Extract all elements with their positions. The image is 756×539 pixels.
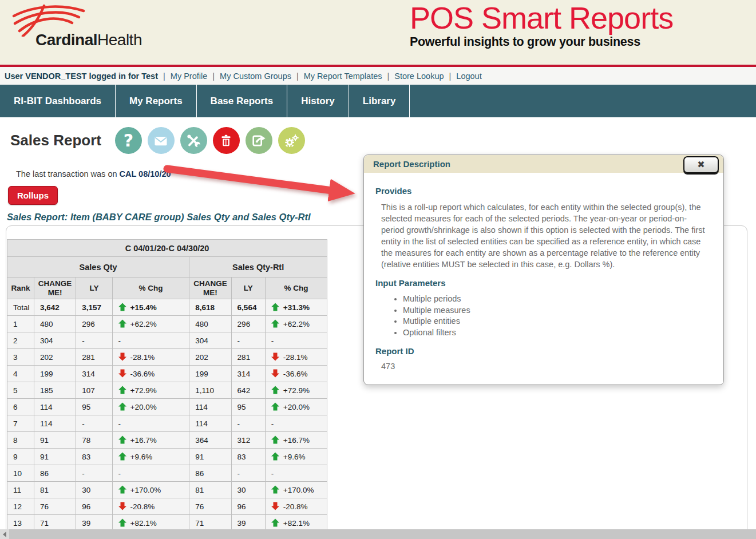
last-transaction-text: The last transaction was on CAL 08/10/20 [16,169,171,179]
table-group-row: Sales Qty Sales Qty-Rtl [7,257,327,278]
export-icon[interactable] [246,127,272,154]
user-link-logout[interactable]: Logout [456,72,481,81]
up-arrow-icon [118,386,126,394]
value-cell: 281 [231,349,265,366]
pct-change-value: +62.2% [283,320,310,328]
up-arrow-icon [271,386,279,394]
question-glyph: ? [124,130,133,150]
pct-change-value: -20.8% [283,502,308,511]
scroll-left-arrow-icon [3,532,6,537]
table-row: 1086--86-- [7,465,327,482]
value-cell: 364 [189,432,231,449]
value-cell: 30 [76,482,112,498]
report-description-popup: Report Description ✖ Provides This is a … [363,154,724,385]
up-arrow-icon [271,435,279,444]
nav-tab-library[interactable]: Library [349,85,410,117]
user-links: |My Profile|My Custom Groups|My Report T… [158,72,482,81]
up-arrow-icon [271,303,279,311]
value-cell: 1,110 [189,382,231,399]
tools-icon[interactable] [180,127,207,154]
rank-cell: 7 [7,415,34,432]
pct-change-value: -36.6% [130,370,155,378]
help-icon[interactable]: ? [115,127,142,154]
user-link-my-report-templates[interactable]: My Report Templates [304,72,382,81]
down-arrow-icon [271,352,279,361]
rank-cell: 3 [7,349,34,366]
app-tagline: Powerful insights to grow your business [410,35,673,49]
pct-change-cell: +62.2% [265,316,327,332]
gears-icon[interactable] [278,127,305,154]
scroll-left-button[interactable] [0,529,9,539]
value-cell: 202 [34,349,76,366]
pct-change-value: -28.1% [130,353,155,362]
value-cell: 78 [76,432,112,449]
input-parameter-item: Mutliple entities [403,316,708,327]
rank-cell: 2 [7,332,34,349]
nav-tab-history[interactable]: History [287,85,349,117]
up-arrow-icon [271,518,279,527]
value-cell: 3,642 [34,299,76,316]
pct-change-value: +9.6% [283,453,306,461]
app-title: POS Smart Reports [410,2,673,33]
pct-change-value: +82.1% [283,519,310,528]
up-arrow-icon [271,485,279,494]
down-arrow-icon [118,502,126,510]
provides-heading: Provides [375,186,708,196]
value-cell: 304 [34,332,76,349]
up-arrow-icon [118,452,126,461]
close-icon[interactable]: ✖ [683,156,719,173]
popup-body: Provides This is a roll-up report which … [364,173,723,385]
sales-table: C 04/01/20-C 04/30/20 Sales Qty Sales Qt… [7,239,327,532]
col-header-pct-chg-2: % Chg [265,278,327,299]
delete-icon[interactable] [213,127,240,154]
value-cell: 81 [189,482,231,498]
rank-cell: Total [7,299,34,316]
pct-change-cell: -28.1% [265,349,327,366]
value-cell: 281 [76,349,112,366]
col-header-change-me-1: CHANGE ME! [34,278,76,299]
app-brand: POS Smart Reports Powerful insights to g… [410,2,673,49]
user-link-store-lookup[interactable]: Store Lookup [394,72,444,81]
nav-tab-base-reports[interactable]: Base Reports [197,85,288,117]
pct-change-value: +170.0% [130,486,161,494]
value-cell: 95 [231,399,265,415]
pct-change-value: +170.0% [283,486,314,494]
rank-cell: 8 [7,432,34,449]
input-parameters-heading: Input Parameters [375,278,708,288]
value-cell: 91 [189,449,231,465]
main-nav: RI-BIT DashboardsMy ReportsBase ReportsH… [0,85,756,117]
horizontal-scrollbar[interactable] [0,529,756,539]
popup-titlebar: Report Description ✖ [364,155,723,173]
down-arrow-icon [271,502,279,510]
value-cell: - [265,332,327,349]
pct-change-cell: +20.0% [112,399,189,415]
value-cell: 83 [231,449,265,465]
period-header: C 04/01/20-C 04/30/20 [7,240,327,257]
pct-change-value: +20.0% [130,403,157,411]
rank-cell: 4 [7,366,34,382]
nav-tab-my-reports[interactable]: My Reports [116,85,197,117]
value-cell: - [76,332,112,349]
trash-glyph [218,133,234,149]
email-icon[interactable] [148,127,175,154]
value-cell: 81 [34,482,76,498]
user-link-my-custom-groups[interactable]: My Custom Groups [220,72,291,81]
rollups-button[interactable]: Rollups [8,186,58,205]
value-cell: 114 [34,415,76,432]
value-cell: - [112,332,189,349]
up-arrow-icon [271,452,279,461]
value-cell: - [231,332,265,349]
popup-title: Report Description [373,159,450,169]
pct-change-cell: -36.6% [112,366,189,382]
up-arrow-icon [118,435,126,444]
brand-light: Health [97,31,142,49]
brand-wordmark: CardinalHealth [35,31,142,49]
rank-cell: 10 [7,465,34,482]
user-link-my-profile[interactable]: My Profile [171,72,207,81]
app-header: CardinalHealth POS Smart Reports Powerfu… [0,0,756,65]
value-cell: 114 [189,399,231,415]
report-subtitle: Sales Report: Item (BABY CARE group) Sal… [7,212,311,223]
value-cell: 642 [231,382,265,399]
nav-tab-ri-bit-dashboards[interactable]: RI-BIT Dashboards [0,85,116,117]
pct-change-cell: +62.2% [112,316,189,332]
